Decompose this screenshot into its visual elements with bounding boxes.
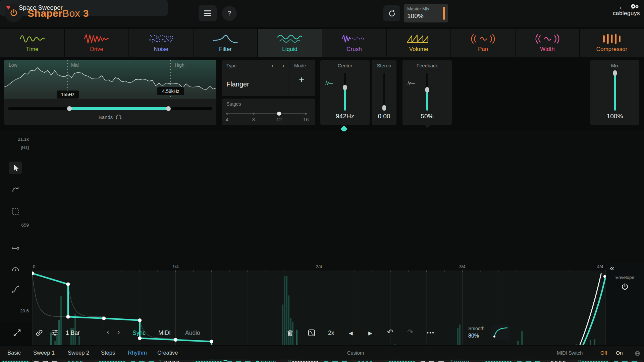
bar-length-value[interactable]: 1 Bar [66, 329, 80, 337]
center-slider-handle[interactable] [343, 85, 347, 90]
wave-thumbnail[interactable] [130, 360, 160, 362]
midi-switch-off[interactable]: Off [600, 350, 607, 356]
bank-creative[interactable]: Creative [157, 350, 178, 356]
crossover-high-value[interactable]: 4.59kHz [157, 87, 184, 95]
midi-mode-button[interactable]: MIDI [158, 329, 171, 337]
wave-thumbnail[interactable] [195, 360, 224, 362]
globe-icon[interactable] [635, 351, 640, 356]
delete-wave-button[interactable] [286, 328, 294, 337]
reload-preset-button[interactable] [383, 5, 400, 21]
feedback-value[interactable]: 50% [402, 113, 452, 120]
preset-name[interactable]: Space Sweeper [19, 4, 63, 11]
bar-next-button[interactable]: › [117, 328, 120, 337]
more-button[interactable]: ••• [427, 329, 435, 336]
tab-drive[interactable]: Drive [65, 29, 128, 57]
tool-select[interactable] [9, 205, 22, 218]
midi-switch-on[interactable]: On [616, 350, 623, 356]
wave-thumbnail[interactable] [98, 360, 127, 362]
type-value[interactable]: Flanger [226, 80, 249, 88]
tab-crush[interactable]: Crush [322, 29, 386, 57]
wave-thumbnail[interactable] [484, 360, 514, 362]
bank-basic[interactable]: Basic [7, 350, 21, 356]
bank-sweep-2[interactable]: Sweep 2 [68, 350, 89, 356]
stages-option-4[interactable]: 4 [222, 117, 232, 122]
wave-thumbnail[interactable] [420, 360, 449, 362]
master-mix-slider[interactable] [443, 7, 445, 20]
feedback-slider-handle[interactable] [425, 87, 429, 93]
center-value[interactable]: 942Hz [320, 113, 370, 120]
tab-liquid[interactable]: Liquid [258, 29, 322, 57]
mix-value[interactable]: 100% [590, 113, 639, 120]
redo-button[interactable]: ↷ [407, 328, 413, 337]
bar-prev-button[interactable]: ‹ [107, 328, 109, 337]
band-range-fill[interactable] [69, 107, 168, 110]
smooth-value[interactable]: 80% [468, 333, 479, 339]
link-button[interactable] [35, 328, 44, 337]
stereo-value[interactable]: 0.00 [372, 113, 396, 120]
tool-s-curve[interactable] [9, 283, 22, 296]
band-handle-low[interactable] [67, 106, 72, 111]
undo-button[interactable]: ↶ [387, 328, 393, 337]
bank-sweep-1[interactable]: Sweep 1 [33, 350, 55, 356]
wave-thumbnail[interactable] [34, 360, 63, 362]
wave-thumbnail[interactable] [323, 360, 353, 362]
tab-time[interactable]: Time [0, 29, 64, 57]
envelope-power-button[interactable] [620, 282, 630, 292]
tab-filter[interactable]: Filter [194, 29, 257, 57]
band-handle-high[interactable] [166, 106, 171, 111]
wave-thumbnail[interactable] [517, 360, 546, 362]
tool-draw[interactable] [9, 183, 22, 196]
audio-mode-button[interactable]: Audio [185, 329, 200, 337]
stages-tick[interactable] [305, 113, 307, 115]
tool-curve[interactable] [9, 262, 22, 275]
type-next-button[interactable]: › [282, 62, 284, 69]
tool-line[interactable] [9, 242, 22, 255]
bank-rhythm[interactable]: Rhythm [128, 350, 147, 356]
shift-left-button[interactable]: ◀ [349, 330, 353, 336]
stereo-slider-handle[interactable] [382, 105, 386, 111]
wave-thumbnail[interactable] [66, 360, 95, 362]
stages-tick[interactable] [253, 113, 255, 115]
tab-width[interactable]: Width [516, 29, 579, 57]
sync-mode-button[interactable]: Sync [132, 329, 146, 337]
wave-thumbnail[interactable] [452, 360, 482, 362]
expand-editor-button[interactable] [13, 328, 21, 337]
wave-thumbnail[interactable] [227, 360, 256, 362]
stages-option-8[interactable]: 8 [249, 117, 259, 122]
stages-option-16[interactable]: 16 [301, 117, 311, 122]
wave-thumbnail[interactable] [388, 360, 417, 362]
wave-thumbnail[interactable] [162, 360, 192, 362]
stages-slider-track[interactable] [227, 113, 306, 114]
mode-add-button[interactable]: + [299, 74, 304, 85]
headphones-icon[interactable] [115, 114, 122, 120]
tool-cursor[interactable] [9, 162, 22, 174]
tab-noise[interactable]: Noise [129, 29, 193, 57]
wave-thumbnail[interactable] [1, 360, 31, 362]
bank-steps[interactable]: Steps [101, 350, 115, 356]
help-button[interactable]: ? [222, 6, 237, 21]
type-prev-button[interactable]: ‹ [271, 62, 274, 69]
favorite-heart-icon[interactable]: ♥ [6, 3, 10, 12]
wave-thumbnail[interactable] [259, 360, 288, 362]
menu-button[interactable] [199, 5, 217, 21]
stages-option-12[interactable]: 12 [274, 117, 284, 122]
master-mix-control[interactable]: Master Mix 100% [404, 4, 448, 22]
collapse-panel-button[interactable]: « [610, 263, 614, 273]
stages-tick[interactable] [226, 113, 228, 115]
smooth-curve-control[interactable] [491, 325, 510, 340]
crossover-low-value[interactable]: 155Hz [57, 90, 79, 99]
double-pattern-button[interactable]: 2x [328, 329, 334, 337]
wave-thumbnail[interactable] [356, 360, 385, 362]
wave-settings-button[interactable] [50, 328, 59, 337]
mix-slider-handle[interactable] [613, 70, 617, 76]
shift-right-button[interactable]: ▶ [368, 330, 372, 336]
randomize-button[interactable] [307, 328, 316, 337]
wave-thumbnail[interactable] [581, 360, 610, 362]
wave-thumbnail[interactable] [291, 360, 321, 362]
bands-row[interactable]: Bands [4, 114, 216, 120]
wave-thumbnail[interactable] [549, 360, 578, 362]
tab-volume[interactable]: Volume [387, 29, 450, 57]
tab-compressor[interactable]: Compressor [580, 29, 644, 57]
wave-thumbnail[interactable] [613, 360, 643, 362]
tab-pan[interactable]: Pan [451, 29, 515, 57]
